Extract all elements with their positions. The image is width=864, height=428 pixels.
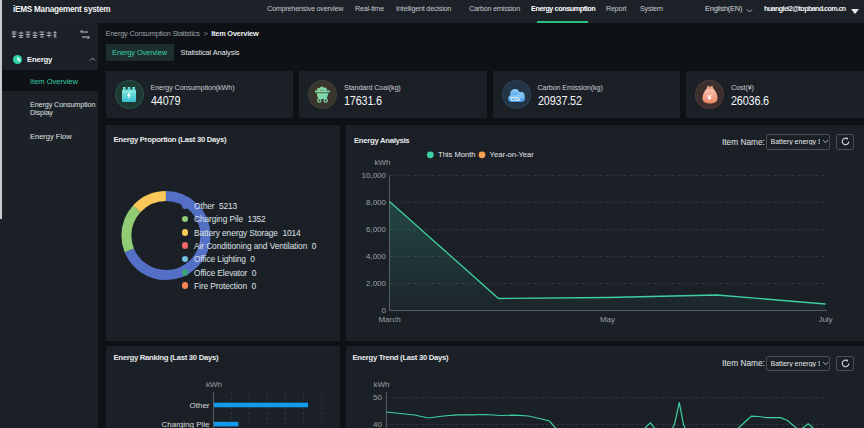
svg-text:¥: ¥ bbox=[707, 93, 712, 102]
svg-text:40: 40 bbox=[373, 420, 382, 428]
svg-text:Year-on-Year: Year-on-Year bbox=[489, 150, 534, 159]
svg-text:July: July bbox=[818, 314, 832, 323]
svg-text:kWh: kWh bbox=[373, 379, 389, 388]
svg-text:This Month: This Month bbox=[438, 150, 476, 159]
svg-text:4,000: 4,000 bbox=[365, 252, 386, 261]
svg-text:Charging Pile: Charging Pile bbox=[161, 419, 210, 428]
svg-text:March: March bbox=[378, 314, 400, 323]
svg-text:kWh: kWh bbox=[374, 158, 390, 167]
svg-text:6,000: 6,000 bbox=[365, 225, 386, 234]
svg-text:May: May bbox=[599, 314, 614, 323]
svg-text:2,000: 2,000 bbox=[365, 279, 386, 288]
svg-text:kWh: kWh bbox=[206, 380, 222, 389]
svg-text:10,000: 10,000 bbox=[361, 171, 386, 180]
svg-text:2: 2 bbox=[518, 98, 520, 102]
svg-text:Other: Other bbox=[189, 400, 209, 409]
svg-text:8,000: 8,000 bbox=[365, 198, 386, 207]
svg-text:50: 50 bbox=[373, 393, 382, 402]
